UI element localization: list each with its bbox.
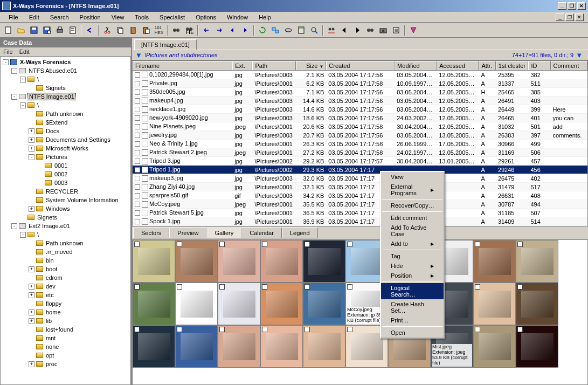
thumb-checkbox[interactable] <box>347 327 352 332</box>
tree-item[interactable]: Path unknown <box>2 239 129 248</box>
table-body[interactable]: 0,1020,299484,00[1].jpgjpg\Pictures\0003… <box>133 71 587 226</box>
thumbnail[interactable] <box>473 240 516 283</box>
col-accessed[interactable]: Accessed <box>437 61 479 70</box>
table-row[interactable]: Tripod 3.jpgjpg\Pictures\000229.2 KB03.0… <box>133 157 587 166</box>
cm-addto[interactable]: Add to▶ <box>381 239 444 249</box>
tree-item[interactable]: -\ <box>2 230 129 239</box>
props-icon[interactable] <box>67 24 79 36</box>
thumb-checkbox[interactable] <box>219 327 225 332</box>
col-id[interactable]: ID <box>528 61 550 70</box>
thumb-checkbox[interactable] <box>475 284 480 290</box>
col-filename[interactable]: Filename <box>133 61 232 70</box>
thumbnail[interactable] <box>260 283 303 325</box>
gallery[interactable]: McCoy.jpeg Extension: jp 35.5 KB (corrup… <box>132 239 588 385</box>
table-row[interactable]: necklace1.jpgjpg\Pictures\000314.6 KB03.… <box>133 105 587 114</box>
thumb-checkbox[interactable] <box>262 284 267 290</box>
btab-sectors[interactable]: Sectors <box>133 228 169 238</box>
explore-icon[interactable] <box>269 24 281 36</box>
print-icon[interactable] <box>54 24 66 36</box>
tree-item[interactable]: +lib <box>2 317 129 325</box>
col-path[interactable]: Path <box>252 61 295 70</box>
cm-hide[interactable]: Hide▶ <box>381 261 444 271</box>
goto-icon[interactable] <box>213 24 225 36</box>
open-icon[interactable] <box>15 24 27 36</box>
tree-item[interactable]: +boot <box>2 265 129 273</box>
tree-item[interactable]: +Docs <box>2 127 129 135</box>
tree-item[interactable]: -NTFS Abused.e01 <box>2 66 129 75</box>
tree-expander[interactable]: - <box>11 68 17 74</box>
cm-position[interactable]: Position▶ <box>381 271 444 280</box>
tree-expander[interactable]: + <box>20 77 26 82</box>
disk-icon[interactable] <box>282 24 294 36</box>
menu-view[interactable]: View <box>107 13 129 22</box>
hex-icon[interactable]: 101HEX <box>153 24 165 36</box>
thumb-checkbox[interactable] <box>134 242 140 247</box>
menu-help[interactable]: Help <box>254 13 275 22</box>
thumbnail[interactable] <box>260 325 303 368</box>
cm-logicalsearch[interactable]: Logical Search… <box>381 283 444 299</box>
tree-expander[interactable]: + <box>29 318 34 324</box>
tree-item[interactable]: opt <box>2 351 129 360</box>
thumb-checkbox[interactable] <box>134 327 140 332</box>
fwd-icon[interactable] <box>239 24 251 36</box>
cm-view[interactable]: View <box>381 172 444 182</box>
tree-item[interactable]: bin <box>2 256 129 265</box>
thumbnail[interactable] <box>516 325 558 368</box>
list-icon[interactable] <box>390 24 402 36</box>
tree-item[interactable]: +dev <box>2 282 129 291</box>
next-icon[interactable] <box>351 24 363 36</box>
tree-expander[interactable]: + <box>29 206 34 212</box>
table-row[interactable]: new-york-4909020.jpgjpg\Pictures\000318.… <box>133 114 587 122</box>
table-row[interactable]: 0,1020,299484,00[1].jpgjpg\Pictures\0003… <box>133 71 587 79</box>
filter-icon[interactable]: ▼ <box>135 51 142 59</box>
table-row[interactable]: Patrick Stewart 2.jpegjpeg\Pictures\0001… <box>133 148 587 157</box>
thumb-checkbox[interactable] <box>134 284 140 290</box>
table-row[interactable]: McCoy.jpegjpeg\Pictures\000135.5 KB03.05… <box>133 200 587 209</box>
copy-icon[interactable] <box>114 24 126 36</box>
thumb-checkbox[interactable] <box>177 327 182 332</box>
table-row[interactable]: makeup4.jpgjpg\Pictures\000314.4 KB03.05… <box>133 97 587 105</box>
tree-item[interactable]: System Volume Information <box>2 196 129 204</box>
cm-tag[interactable]: Tag <box>381 251 444 261</box>
thumbnail[interactable] <box>516 240 558 283</box>
thumb-checkbox[interactable] <box>347 284 352 290</box>
table-row[interactable]: makeup3.jpgjpg\Pictures\000332.0 KB03.05… <box>133 174 587 183</box>
cut-icon[interactable] <box>101 24 113 36</box>
tree-item[interactable]: cdrom <box>2 273 129 282</box>
table-row[interactable]: Nine Planets.jpegjpeg\Pictures\000120.6 … <box>133 122 587 131</box>
menu-tools[interactable]: Tools <box>130 13 153 22</box>
thumbnail[interactable] <box>260 240 303 283</box>
thumbnail[interactable] <box>218 325 260 368</box>
table-row[interactable]: Neo & Trinity 1.jpgjpg\Pictures\000126.3… <box>133 140 587 148</box>
cm-editcomment[interactable]: Edit comment <box>381 213 444 223</box>
tree-expander[interactable]: + <box>29 292 34 298</box>
thumb-checkbox[interactable] <box>305 327 310 332</box>
menu-search[interactable]: Search <box>46 13 73 22</box>
tree-expander[interactable]: - <box>20 232 26 238</box>
thumbnail[interactable] <box>175 240 218 283</box>
btab-calendar[interactable]: Calendar <box>241 228 282 238</box>
table-row[interactable]: Zhang Ziyi 40.jpgjpg\Pictures\000132.1 K… <box>133 183 587 191</box>
thumb-checkbox[interactable] <box>177 242 182 247</box>
tree-expander[interactable]: + <box>29 137 34 143</box>
tree-item[interactable]: none <box>2 342 129 351</box>
menu-window[interactable]: Window <box>223 13 252 22</box>
cm-print[interactable]: Print… <box>381 315 444 325</box>
case-tree[interactable]: -X-Ways Forensics-NTFS Abused.e01+\Signe… <box>0 56 131 385</box>
table-row[interactable]: Tripod 1.jpgjpg\Pictures\000229.3 KB03.0… <box>133 166 587 174</box>
thumb-checkbox[interactable] <box>347 242 352 247</box>
tree-item[interactable]: +etc <box>2 291 129 299</box>
thumbnail[interactable] <box>133 240 175 283</box>
thumbnail[interactable] <box>218 240 260 283</box>
btab-legend[interactable]: Legend <box>282 228 318 238</box>
thumb-checkbox[interactable] <box>177 284 182 290</box>
tree-item[interactable]: +Windows <box>2 204 129 213</box>
tree-expander[interactable]: - <box>20 102 26 108</box>
col-size[interactable]: Size ▼ <box>296 61 327 70</box>
tree-item[interactable]: +proc <box>2 360 129 368</box>
tree-expander[interactable]: + <box>29 361 34 367</box>
col-comment[interactable]: Comment <box>551 61 587 70</box>
tree-item[interactable]: +Microsoft Works <box>2 144 129 153</box>
gather-icon[interactable] <box>326 24 337 36</box>
minimize-button[interactable]: _ <box>558 2 566 10</box>
